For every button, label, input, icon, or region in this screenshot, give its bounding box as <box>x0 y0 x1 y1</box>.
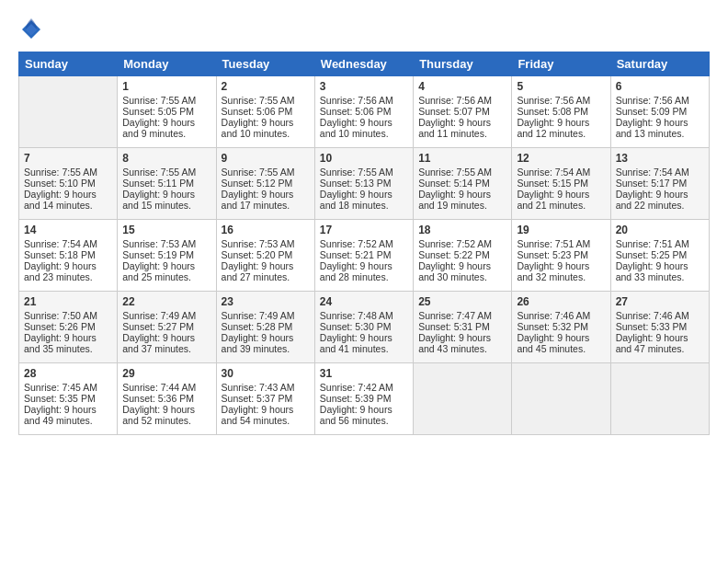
daylight-text: Daylight: 9 hours and 9 minutes. <box>122 117 195 139</box>
sunrise-text: Sunrise: 7:50 AM <box>24 310 97 321</box>
sunset-text: Sunset: 5:27 PM <box>122 321 194 332</box>
calendar-cell: 6Sunrise: 7:56 AMSunset: 5:09 PMDaylight… <box>610 76 709 148</box>
sunrise-text: Sunrise: 7:48 AM <box>320 310 393 321</box>
sunset-text: Sunset: 5:19 PM <box>122 249 194 260</box>
sunrise-text: Sunrise: 7:51 AM <box>616 238 689 249</box>
sunrise-text: Sunrise: 7:55 AM <box>24 167 97 178</box>
sunset-text: Sunset: 5:23 PM <box>517 249 588 260</box>
sunrise-text: Sunrise: 7:55 AM <box>122 95 196 106</box>
sunrise-text: Sunrise: 7:44 AM <box>122 382 196 393</box>
daylight-text: Daylight: 9 hours and 13 minutes. <box>616 117 688 139</box>
sunset-text: Sunset: 5:21 PM <box>320 249 392 260</box>
daylight-text: Daylight: 9 hours and 25 minutes. <box>122 260 195 282</box>
day-number: 11 <box>418 152 506 165</box>
daylight-text: Daylight: 9 hours and 39 minutes. <box>222 332 294 354</box>
sunset-text: Sunset: 5:06 PM <box>320 106 392 117</box>
calendar-cell: 20Sunrise: 7:51 AMSunset: 5:25 PMDayligh… <box>610 220 709 292</box>
sunset-text: Sunset: 5:37 PM <box>222 393 293 404</box>
daylight-text: Daylight: 9 hours and 41 minutes. <box>320 332 392 354</box>
day-number: 30 <box>222 367 310 380</box>
week-row-5: 28Sunrise: 7:45 AMSunset: 5:35 PMDayligh… <box>19 363 710 435</box>
daylight-text: Daylight: 9 hours and 35 minutes. <box>24 332 97 354</box>
daylight-text: Daylight: 9 hours and 10 minutes. <box>222 117 294 139</box>
sunrise-text: Sunrise: 7:46 AM <box>616 310 689 321</box>
day-number: 5 <box>517 80 605 93</box>
daylight-text: Daylight: 9 hours and 43 minutes. <box>418 332 491 354</box>
day-header-sunday: Sunday <box>19 52 118 76</box>
daylight-text: Daylight: 9 hours and 17 minutes. <box>222 189 294 211</box>
day-number: 15 <box>122 224 210 236</box>
daylight-text: Daylight: 9 hours and 49 minutes. <box>24 404 97 426</box>
calendar-cell: 10Sunrise: 7:55 AMSunset: 5:13 PMDayligh… <box>314 148 413 220</box>
day-header-monday: Monday <box>118 52 216 76</box>
week-row-4: 21Sunrise: 7:50 AMSunset: 5:26 PMDayligh… <box>19 292 710 363</box>
calendar-cell <box>414 363 512 435</box>
calendar-cell: 27Sunrise: 7:46 AMSunset: 5:33 PMDayligh… <box>610 292 709 363</box>
calendar-cell: 29Sunrise: 7:44 AMSunset: 5:36 PMDayligh… <box>118 363 216 435</box>
daylight-text: Daylight: 9 hours and 28 minutes. <box>320 260 392 282</box>
sunrise-text: Sunrise: 7:53 AM <box>222 238 295 249</box>
calendar-cell: 21Sunrise: 7:50 AMSunset: 5:26 PMDayligh… <box>19 292 118 363</box>
calendar-cell: 18Sunrise: 7:52 AMSunset: 5:22 PMDayligh… <box>414 220 512 292</box>
daylight-text: Daylight: 9 hours and 33 minutes. <box>616 260 688 282</box>
sunset-text: Sunset: 5:20 PM <box>222 249 293 260</box>
day-number: 17 <box>320 224 408 236</box>
daylight-text: Daylight: 9 hours and 52 minutes. <box>122 404 195 426</box>
sunrise-text: Sunrise: 7:42 AM <box>320 382 393 393</box>
sunset-text: Sunset: 5:14 PM <box>418 178 490 189</box>
calendar-cell: 22Sunrise: 7:49 AMSunset: 5:27 PMDayligh… <box>118 292 216 363</box>
page: SundayMondayTuesdayWednesdayThursdayFrid… <box>0 0 728 444</box>
calendar-cell: 13Sunrise: 7:54 AMSunset: 5:17 PMDayligh… <box>610 148 709 220</box>
day-number: 2 <box>222 80 310 93</box>
day-number: 16 <box>222 224 310 236</box>
daylight-text: Daylight: 9 hours and 32 minutes. <box>517 260 589 282</box>
day-number: 6 <box>616 80 704 93</box>
sunset-text: Sunset: 5:25 PM <box>616 249 688 260</box>
calendar-cell: 14Sunrise: 7:54 AMSunset: 5:18 PMDayligh… <box>19 220 118 292</box>
day-number: 8 <box>122 152 210 165</box>
calendar-cell: 8Sunrise: 7:55 AMSunset: 5:11 PMDaylight… <box>118 148 216 220</box>
sunrise-text: Sunrise: 7:55 AM <box>320 167 393 178</box>
day-number: 26 <box>517 295 605 308</box>
calendar-cell: 9Sunrise: 7:55 AMSunset: 5:12 PMDaylight… <box>216 148 314 220</box>
sunrise-text: Sunrise: 7:56 AM <box>320 95 393 106</box>
calendar-cell: 12Sunrise: 7:54 AMSunset: 5:15 PMDayligh… <box>512 148 610 220</box>
sunrise-text: Sunrise: 7:54 AM <box>24 238 97 249</box>
calendar-cell: 26Sunrise: 7:46 AMSunset: 5:32 PMDayligh… <box>512 292 610 363</box>
day-number: 1 <box>122 80 210 93</box>
sunset-text: Sunset: 5:13 PM <box>320 178 392 189</box>
calendar-cell: 28Sunrise: 7:45 AMSunset: 5:35 PMDayligh… <box>19 363 118 435</box>
sunrise-text: Sunrise: 7:51 AM <box>517 238 590 249</box>
sunrise-text: Sunrise: 7:56 AM <box>616 95 689 106</box>
sunset-text: Sunset: 5:07 PM <box>418 106 490 117</box>
daylight-text: Daylight: 9 hours and 54 minutes. <box>222 404 294 426</box>
daylight-text: Daylight: 9 hours and 47 minutes. <box>616 332 688 354</box>
calendar-cell: 23Sunrise: 7:49 AMSunset: 5:28 PMDayligh… <box>216 292 314 363</box>
calendar-cell: 24Sunrise: 7:48 AMSunset: 5:30 PMDayligh… <box>314 292 413 363</box>
logo-icon <box>18 17 44 42</box>
sunset-text: Sunset: 5:26 PM <box>24 321 96 332</box>
sunrise-text: Sunrise: 7:52 AM <box>320 238 393 249</box>
sunset-text: Sunset: 5:28 PM <box>222 321 293 332</box>
day-number: 29 <box>122 367 210 380</box>
header-row: SundayMondayTuesdayWednesdayThursdayFrid… <box>19 52 710 76</box>
daylight-text: Daylight: 9 hours and 19 minutes. <box>418 189 491 211</box>
week-row-1: 1Sunrise: 7:55 AMSunset: 5:05 PMDaylight… <box>19 76 710 148</box>
sunset-text: Sunset: 5:39 PM <box>320 393 392 404</box>
day-number: 4 <box>418 80 506 93</box>
calendar-cell: 19Sunrise: 7:51 AMSunset: 5:23 PMDayligh… <box>512 220 610 292</box>
daylight-text: Daylight: 9 hours and 45 minutes. <box>517 332 589 354</box>
sunset-text: Sunset: 5:36 PM <box>122 393 194 404</box>
sunrise-text: Sunrise: 7:47 AM <box>418 310 492 321</box>
day-number: 13 <box>616 152 704 165</box>
sunset-text: Sunset: 5:35 PM <box>24 393 96 404</box>
sunrise-text: Sunrise: 7:53 AM <box>122 238 196 249</box>
week-row-2: 7Sunrise: 7:55 AMSunset: 5:10 PMDaylight… <box>19 148 710 220</box>
sunset-text: Sunset: 5:05 PM <box>122 106 194 117</box>
calendar-cell <box>19 76 118 148</box>
day-number: 7 <box>24 152 112 165</box>
sunrise-text: Sunrise: 7:52 AM <box>418 238 492 249</box>
sunset-text: Sunset: 5:17 PM <box>616 178 688 189</box>
sunrise-text: Sunrise: 7:49 AM <box>222 310 295 321</box>
sunset-text: Sunset: 5:32 PM <box>517 321 588 332</box>
